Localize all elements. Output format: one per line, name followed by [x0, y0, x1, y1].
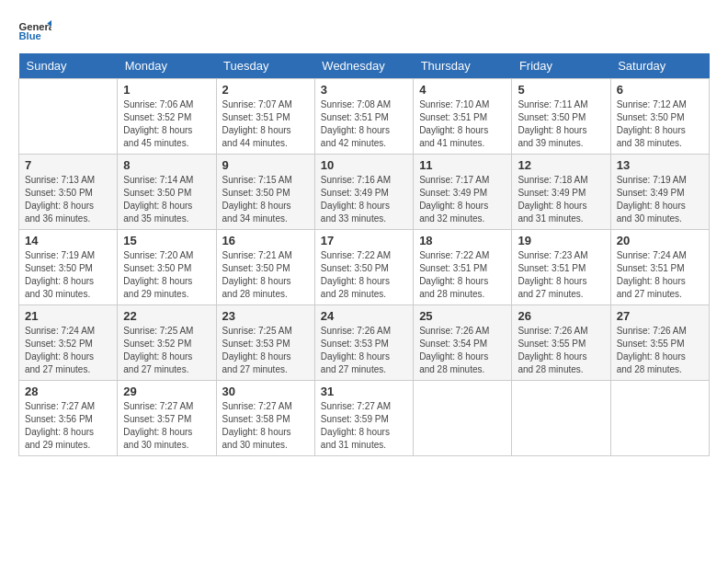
calendar-cell: 17Sunrise: 7:22 AMSunset: 3:50 PMDayligh…: [314, 230, 413, 305]
day-number: 9: [222, 158, 309, 172]
day-number: 20: [617, 234, 703, 247]
day-number: 15: [123, 234, 210, 247]
weekday-header: Tuesday: [216, 53, 314, 79]
day-info: Sunrise: 7:07 AMSunset: 3:51 PMDaylight:…: [222, 98, 309, 150]
calendar-cell: 6Sunrise: 7:12 AMSunset: 3:50 PMDaylight…: [610, 79, 709, 155]
day-info: Sunrise: 7:23 AMSunset: 3:51 PMDaylight:…: [518, 249, 604, 301]
calendar-cell: 9Sunrise: 7:15 AMSunset: 3:50 PMDaylight…: [216, 155, 314, 230]
calendar-cell: 25Sunrise: 7:26 AMSunset: 3:54 PMDayligh…: [414, 305, 512, 381]
calendar-cell: 4Sunrise: 7:10 AMSunset: 3:51 PMDaylight…: [414, 79, 512, 155]
day-info: Sunrise: 7:18 AMSunset: 3:49 PMDaylight:…: [518, 174, 604, 225]
calendar-cell: 14Sunrise: 7:19 AMSunset: 3:50 PMDayligh…: [19, 230, 118, 305]
day-info: Sunrise: 7:26 AMSunset: 3:54 PMDaylight:…: [419, 325, 506, 376]
calendar-cell: 7Sunrise: 7:13 AMSunset: 3:50 PMDaylight…: [19, 155, 118, 230]
calendar-cell: 30Sunrise: 7:27 AMSunset: 3:58 PMDayligh…: [216, 381, 314, 456]
calendar-week-row: 28Sunrise: 7:27 AMSunset: 3:56 PMDayligh…: [19, 381, 710, 456]
calendar-cell: [19, 79, 118, 155]
day-info: Sunrise: 7:17 AMSunset: 3:49 PMDaylight:…: [419, 174, 506, 225]
day-info: Sunrise: 7:26 AMSunset: 3:55 PMDaylight:…: [617, 325, 703, 376]
day-number: 29: [123, 385, 210, 398]
logo-icon: General Blue: [18, 18, 51, 44]
calendar-cell: [610, 381, 709, 456]
day-info: Sunrise: 7:20 AMSunset: 3:50 PMDaylight:…: [123, 249, 210, 301]
day-info: Sunrise: 7:26 AMSunset: 3:53 PMDaylight:…: [321, 325, 407, 376]
day-info: Sunrise: 7:06 AMSunset: 3:52 PMDaylight:…: [123, 98, 210, 150]
day-number: 16: [222, 234, 309, 247]
day-number: 25: [419, 309, 506, 323]
calendar-cell: 29Sunrise: 7:27 AMSunset: 3:57 PMDayligh…: [118, 381, 216, 456]
day-number: 13: [617, 158, 703, 172]
day-number: 10: [321, 158, 407, 172]
weekday-header-row: SundayMondayTuesdayWednesdayThursdayFrid…: [19, 53, 710, 79]
day-number: 26: [518, 309, 604, 323]
calendar-cell: 19Sunrise: 7:23 AMSunset: 3:51 PMDayligh…: [512, 230, 610, 305]
day-info: Sunrise: 7:24 AMSunset: 3:51 PMDaylight:…: [617, 249, 703, 301]
day-number: 1: [123, 83, 210, 97]
day-info: Sunrise: 7:10 AMSunset: 3:51 PMDaylight:…: [419, 98, 506, 150]
calendar-cell: 11Sunrise: 7:17 AMSunset: 3:49 PMDayligh…: [414, 155, 512, 230]
weekday-header: Friday: [512, 53, 610, 79]
day-number: 22: [123, 309, 210, 323]
day-info: Sunrise: 7:26 AMSunset: 3:55 PMDaylight:…: [518, 325, 604, 376]
logo: General Blue: [18, 18, 51, 44]
svg-text:Blue: Blue: [19, 30, 41, 41]
weekday-header: Monday: [118, 53, 216, 79]
day-info: Sunrise: 7:27 AMSunset: 3:57 PMDaylight:…: [123, 400, 210, 452]
calendar-week-row: 14Sunrise: 7:19 AMSunset: 3:50 PMDayligh…: [19, 230, 710, 305]
calendar-cell: 12Sunrise: 7:18 AMSunset: 3:49 PMDayligh…: [512, 155, 610, 230]
day-info: Sunrise: 7:16 AMSunset: 3:49 PMDaylight:…: [321, 174, 407, 225]
day-info: Sunrise: 7:27 AMSunset: 3:56 PMDaylight:…: [25, 400, 111, 452]
calendar-cell: 1Sunrise: 7:06 AMSunset: 3:52 PMDaylight…: [118, 79, 216, 155]
calendar-cell: 5Sunrise: 7:11 AMSunset: 3:50 PMDaylight…: [512, 79, 610, 155]
day-number: 27: [617, 309, 703, 323]
weekday-header: Thursday: [414, 53, 512, 79]
calendar-cell: 21Sunrise: 7:24 AMSunset: 3:52 PMDayligh…: [19, 305, 118, 381]
header: General Blue: [18, 18, 710, 44]
calendar-cell: 24Sunrise: 7:26 AMSunset: 3:53 PMDayligh…: [314, 305, 413, 381]
day-info: Sunrise: 7:21 AMSunset: 3:50 PMDaylight:…: [222, 249, 309, 301]
day-info: Sunrise: 7:24 AMSunset: 3:52 PMDaylight:…: [25, 325, 111, 376]
calendar-cell: [414, 381, 512, 456]
calendar-cell: 3Sunrise: 7:08 AMSunset: 3:51 PMDaylight…: [314, 79, 413, 155]
calendar-week-row: 21Sunrise: 7:24 AMSunset: 3:52 PMDayligh…: [19, 305, 710, 381]
calendar-cell: 27Sunrise: 7:26 AMSunset: 3:55 PMDayligh…: [610, 305, 709, 381]
calendar-cell: 18Sunrise: 7:22 AMSunset: 3:51 PMDayligh…: [414, 230, 512, 305]
day-info: Sunrise: 7:22 AMSunset: 3:50 PMDaylight:…: [321, 249, 407, 301]
day-number: 31: [321, 385, 407, 398]
day-number: 8: [123, 158, 210, 172]
day-info: Sunrise: 7:25 AMSunset: 3:53 PMDaylight:…: [222, 325, 309, 376]
day-number: 24: [321, 309, 407, 323]
day-number: 11: [419, 158, 506, 172]
calendar-cell: 2Sunrise: 7:07 AMSunset: 3:51 PMDaylight…: [216, 79, 314, 155]
day-number: 3: [321, 83, 407, 97]
day-number: 4: [419, 83, 506, 97]
day-info: Sunrise: 7:13 AMSunset: 3:50 PMDaylight:…: [25, 174, 111, 225]
day-number: 19: [518, 234, 604, 247]
calendar: SundayMondayTuesdayWednesdayThursdayFrid…: [18, 53, 710, 456]
day-number: 18: [419, 234, 506, 247]
day-number: 2: [222, 83, 309, 97]
calendar-cell: 31Sunrise: 7:27 AMSunset: 3:59 PMDayligh…: [314, 381, 413, 456]
weekday-header: Sunday: [19, 53, 118, 79]
calendar-cell: 13Sunrise: 7:19 AMSunset: 3:49 PMDayligh…: [610, 155, 709, 230]
day-info: Sunrise: 7:08 AMSunset: 3:51 PMDaylight:…: [321, 98, 407, 150]
calendar-cell: [512, 381, 610, 456]
calendar-cell: 10Sunrise: 7:16 AMSunset: 3:49 PMDayligh…: [314, 155, 413, 230]
day-info: Sunrise: 7:12 AMSunset: 3:50 PMDaylight:…: [617, 98, 703, 150]
weekday-header: Saturday: [610, 53, 709, 79]
day-info: Sunrise: 7:22 AMSunset: 3:51 PMDaylight:…: [419, 249, 506, 301]
day-number: 17: [321, 234, 407, 247]
calendar-week-row: 1Sunrise: 7:06 AMSunset: 3:52 PMDaylight…: [19, 79, 710, 155]
day-info: Sunrise: 7:27 AMSunset: 3:58 PMDaylight:…: [222, 400, 309, 452]
day-number: 6: [617, 83, 703, 97]
day-info: Sunrise: 7:27 AMSunset: 3:59 PMDaylight:…: [321, 400, 407, 452]
calendar-cell: 26Sunrise: 7:26 AMSunset: 3:55 PMDayligh…: [512, 305, 610, 381]
day-number: 23: [222, 309, 309, 323]
day-info: Sunrise: 7:11 AMSunset: 3:50 PMDaylight:…: [518, 98, 604, 150]
day-info: Sunrise: 7:15 AMSunset: 3:50 PMDaylight:…: [222, 174, 309, 225]
calendar-cell: 20Sunrise: 7:24 AMSunset: 3:51 PMDayligh…: [610, 230, 709, 305]
weekday-header: Wednesday: [314, 53, 413, 79]
day-number: 14: [25, 234, 111, 247]
day-info: Sunrise: 7:14 AMSunset: 3:50 PMDaylight:…: [123, 174, 210, 225]
day-number: 5: [518, 83, 604, 97]
